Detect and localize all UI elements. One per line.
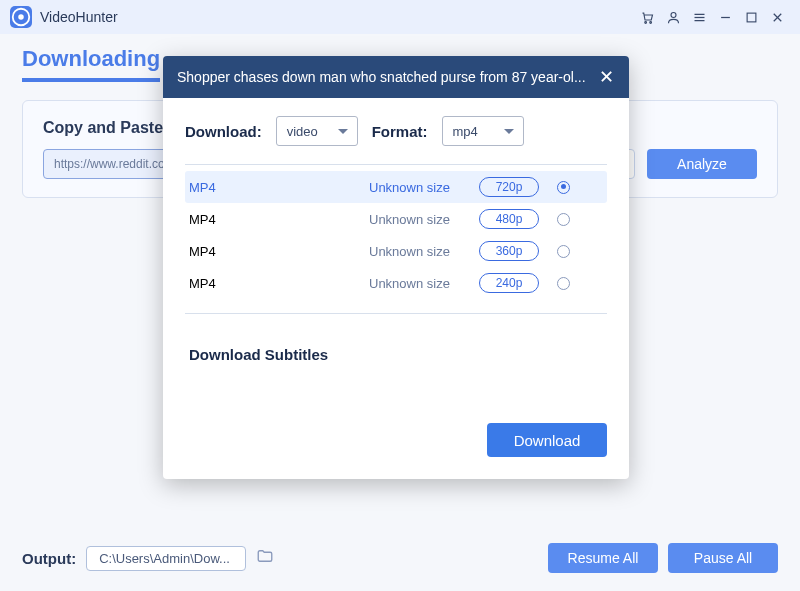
quality-option-row[interactable]: MP4Unknown size480p [185,203,607,235]
titlebar: VideoHunter [0,0,800,34]
modal-title: Shopper chases down man who snatched pur… [177,69,587,85]
option-codec: MP4 [189,180,369,195]
output-label: Output: [22,550,76,567]
tab-downloading[interactable]: Downloading [22,46,160,82]
folder-icon[interactable] [256,547,274,569]
option-radio[interactable] [557,277,570,290]
pause-all-button[interactable]: Pause All [668,543,778,573]
svg-point-3 [649,21,651,23]
option-resolution-badge: 240p [479,273,539,293]
user-icon[interactable] [660,4,686,30]
svg-point-4 [671,12,676,17]
cart-icon[interactable] [634,4,660,30]
option-resolution-badge: 720p [479,177,539,197]
analyze-button[interactable]: Analyze [647,149,757,179]
close-window-icon[interactable] [764,4,790,30]
menu-icon[interactable] [686,4,712,30]
svg-rect-9 [747,13,756,22]
app-name: VideoHunter [40,9,118,25]
download-button[interactable]: Download [487,423,607,457]
option-codec: MP4 [189,276,369,291]
option-codec: MP4 [189,244,369,259]
download-type-select[interactable]: video [276,116,358,146]
maximize-icon[interactable] [738,4,764,30]
resume-all-button[interactable]: Resume All [548,543,658,573]
format-select[interactable]: mp4 [442,116,524,146]
footer: Output: C:\Users\Admin\Dow... Resume All… [22,543,778,573]
quality-option-row[interactable]: MP4Unknown size240p [185,267,607,299]
quality-option-row[interactable]: MP4Unknown size360p [185,235,607,267]
option-resolution-badge: 480p [479,209,539,229]
option-radio[interactable] [557,213,570,226]
option-size: Unknown size [369,276,479,291]
option-size: Unknown size [369,180,479,195]
svg-point-1 [18,14,24,20]
quality-option-row[interactable]: MP4Unknown size720p [185,171,607,203]
output-path[interactable]: C:\Users\Admin\Dow... [86,546,246,571]
format-label: Format: [372,123,428,140]
option-codec: MP4 [189,212,369,227]
option-size: Unknown size [369,244,479,259]
option-radio[interactable] [557,181,570,194]
option-size: Unknown size [369,212,479,227]
option-radio[interactable] [557,245,570,258]
subtitles-heading: Download Subtitles [185,328,607,423]
download-type-label: Download: [185,123,262,140]
modal-header: Shopper chases down man who snatched pur… [163,56,629,98]
svg-point-2 [644,21,646,23]
close-icon[interactable]: ✕ [597,68,615,86]
divider [185,164,607,165]
divider [185,313,607,314]
minimize-icon[interactable] [712,4,738,30]
app-logo-icon [10,6,32,28]
option-resolution-badge: 360p [479,241,539,261]
download-modal: Shopper chases down man who snatched pur… [163,56,629,479]
